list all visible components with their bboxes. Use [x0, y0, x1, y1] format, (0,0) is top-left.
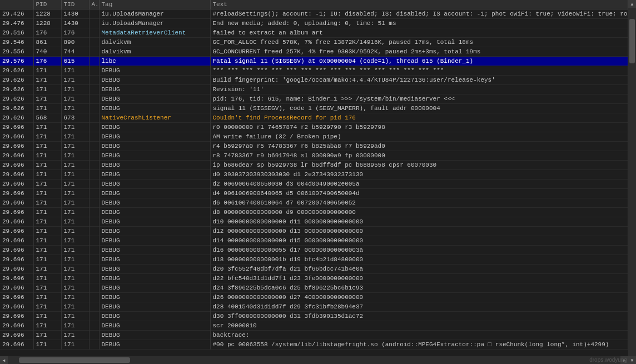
cell-tid: 673: [61, 113, 89, 123]
cell-tag: DEBUG: [99, 104, 210, 113]
horizontal-scrollbar[interactable]: ◀ ▶: [0, 356, 628, 364]
cell-pid: 171: [33, 179, 61, 189]
cell-tag: MetadataRetrieverClient: [99, 28, 210, 38]
cell-text: d2 0069006400650030 d3 004d00490002e005a: [210, 179, 628, 189]
col-header-a: A.: [89, 0, 99, 9]
cell-pid: 171: [33, 76, 61, 85]
cell-a: [89, 340, 99, 350]
cell-time: 29.696: [0, 293, 33, 302]
cell-a: [89, 283, 99, 293]
cell-text: End new media; added: 0, uploading: 0, t…: [210, 19, 628, 28]
cell-a: [89, 255, 99, 265]
cell-time: 29.696: [0, 236, 33, 246]
cell-text: d4 0061006900640065 d5 0061007400650004d: [210, 189, 628, 198]
cell-text: GC_FOR_ALLOC freed 578K, 7% free 13872K/…: [210, 38, 628, 47]
cell-pid: 171: [33, 340, 61, 350]
cell-time: 29.626: [0, 113, 33, 123]
cell-pid: 176: [33, 28, 61, 38]
main-area: PID TID A. Tag Text 29.42612281430iu.Upl…: [0, 0, 628, 356]
cell-pid: 171: [33, 255, 61, 265]
watermark: drops.wodyung: [589, 357, 627, 363]
table-row: 29.696171171DEBUG d12 0000000000000000 d…: [0, 227, 628, 236]
cell-text: Revision: '11': [210, 85, 628, 94]
cell-tag: DEBUG: [99, 66, 210, 76]
cell-tag: DEBUG: [99, 255, 210, 265]
cell-tid: 171: [61, 227, 89, 236]
table-row: 29.696171171DEBUGbacktrace:: [0, 331, 628, 340]
cell-tag: DEBUG: [99, 265, 210, 274]
vertical-scrollbar[interactable]: ▲ ▼: [628, 0, 636, 364]
cell-text: scr 20000010: [210, 321, 628, 331]
cell-tid: 1430: [61, 9, 89, 19]
cell-a: [89, 94, 99, 104]
scroll-down-arrow[interactable]: ▼: [628, 356, 636, 364]
scroll-thumb-v[interactable]: [629, 19, 635, 63]
cell-pid: 171: [33, 321, 61, 331]
cell-a: [89, 198, 99, 208]
cell-text: AM write failure (32 / Broken pipe): [210, 132, 628, 142]
cell-a: [89, 9, 99, 19]
cell-pid: 171: [33, 66, 61, 76]
cell-time: 29.626: [0, 76, 33, 85]
cell-tid: 171: [61, 217, 89, 227]
table-row: 29.696171171DEBUG d6 0061007400610064 d7…: [0, 198, 628, 208]
cell-tag: DEBUG: [99, 132, 210, 142]
cell-tid: 1430: [61, 19, 89, 28]
cell-text: d28 4001540d31d1dd7f d29 3fc31bfb28b94e3…: [210, 302, 628, 312]
cell-tid: 176: [61, 28, 89, 38]
cell-tid: 171: [61, 293, 89, 302]
cell-a: [89, 66, 99, 76]
cell-tid: 171: [61, 321, 89, 331]
cell-pid: 171: [33, 142, 61, 151]
cell-time: 29.516: [0, 28, 33, 38]
table-row: 29.696171171DEBUG d22 bfc540d31d1dd7f1 d…: [0, 274, 628, 283]
cell-a: [89, 293, 99, 302]
cell-tag: NativeCrashListener: [99, 113, 210, 123]
cell-pid: 171: [33, 312, 61, 321]
cell-a: [89, 28, 99, 38]
cell-tag: iu.UploadsManager: [99, 19, 210, 28]
table-row: 29.696171171DEBUG d10 0000000000000000 d…: [0, 217, 628, 227]
table-row: 29.696171171DEBUG ip b686dea7 sp b592973…: [0, 161, 628, 170]
cell-pid: 171: [33, 274, 61, 283]
table-row: 29.626171171DEBUGRevision: '11': [0, 85, 628, 94]
cell-time: 29.696: [0, 246, 33, 255]
cell-a: [89, 217, 99, 227]
cell-time: 29.626: [0, 94, 33, 104]
table-row: 29.696171171DEBUG d18 000000000000001b d…: [0, 255, 628, 265]
cell-tid: 171: [61, 208, 89, 217]
cell-a: [89, 321, 99, 331]
cell-time: 29.696: [0, 274, 33, 283]
cell-time: 29.696: [0, 265, 33, 274]
cell-text: r8 74783367 r9 b6917948 sl 000000a9 fp 0…: [210, 151, 628, 161]
table-row: 29.556740744dalvikvmGC_CONCURRENT freed …: [0, 47, 628, 57]
col-header-pid: PID: [33, 0, 61, 9]
cell-text: d26 0000000000000000 d27 400000000000000…: [210, 293, 628, 302]
table-row: 29.696171171DEBUG #00 pc 00063558 /syste…: [0, 340, 628, 350]
cell-tid: 171: [61, 255, 89, 265]
cell-tag: DEBUG: [99, 321, 210, 331]
table-row: 29.696171171DEBUG d28 4001540d31d1dd7f d…: [0, 302, 628, 312]
cell-pid: 171: [33, 94, 61, 104]
log-body: 29.42612281430iu.UploadsManager#reloadSe…: [0, 9, 628, 350]
scroll-left-arrow[interactable]: ◀: [0, 356, 8, 364]
cell-tag: DEBUG: [99, 151, 210, 161]
cell-tid: 744: [61, 47, 89, 57]
cell-tid: 171: [61, 85, 89, 94]
cell-text: #reloadSettings(); account: -1; IU: disa…: [210, 9, 628, 19]
cell-tid: 171: [61, 94, 89, 104]
table-row: 29.626171171DEBUGBuild fingerprint: 'goo…: [0, 76, 628, 85]
log-table: PID TID A. Tag Text 29.42612281430iu.Upl…: [0, 0, 628, 350]
scroll-up-arrow[interactable]: ▲: [628, 0, 636, 8]
cell-a: [89, 76, 99, 85]
cell-pid: 171: [33, 236, 61, 246]
cell-tid: 171: [61, 104, 89, 113]
cell-tag: DEBUG: [99, 170, 210, 179]
cell-tag: DEBUG: [99, 142, 210, 151]
cell-pid: 171: [33, 161, 61, 170]
cell-tag: DEBUG: [99, 208, 210, 217]
scroll-thumb-h[interactable]: [19, 357, 130, 363]
table-row: 29.47612281430iu.UploadsManagerEnd new m…: [0, 19, 628, 28]
cell-text: *** *** *** *** *** *** *** *** *** *** …: [210, 66, 628, 76]
col-header-time: [0, 0, 33, 9]
